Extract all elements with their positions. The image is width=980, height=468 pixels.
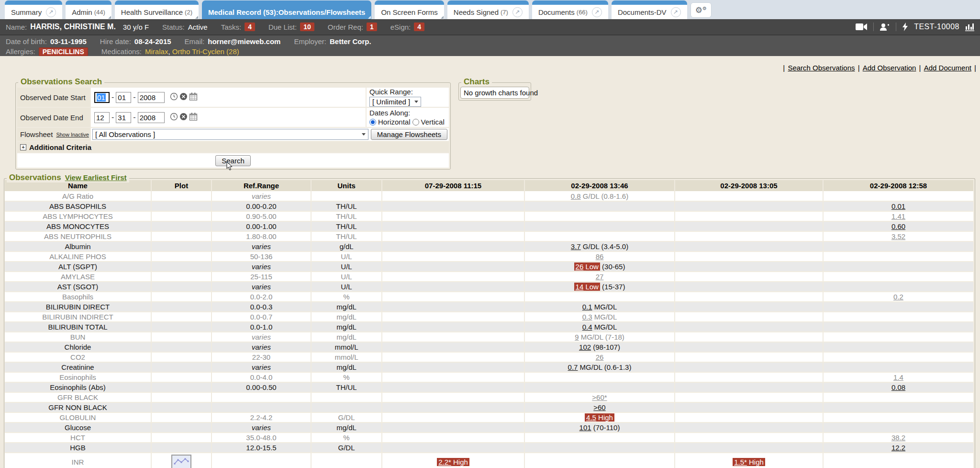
action-link-add-observation[interactable]: Add Observation	[863, 64, 916, 72]
lightning-icon[interactable]	[902, 23, 908, 31]
observation-value-cell: 26 Low (30-65)	[524, 262, 675, 272]
observation-value-link[interactable]: 0.4	[582, 323, 592, 331]
esign-badge[interactable]: 4	[414, 23, 424, 31]
calendar-icon[interactable]	[189, 92, 198, 103]
observation-value-link[interactable]: 4.5	[586, 413, 596, 422]
observation-value-link[interactable]: 0.1	[582, 303, 592, 311]
tab-documents-dv[interactable]: Documents-DV↗	[612, 0, 687, 19]
observation-value-link[interactable]: 102	[579, 343, 591, 351]
observation-value-link[interactable]: 14	[576, 283, 584, 291]
observation-value-cell	[524, 211, 675, 221]
column-header: 02-29-2008 12:58	[823, 180, 974, 191]
observation-value-link[interactable]: 0.3	[582, 313, 592, 321]
observation-value-link[interactable]: 26	[576, 263, 584, 271]
table-row: Glucosevariesmg/dL101 (70-110)	[5, 422, 974, 433]
action-link-add-document[interactable]: Add Document	[924, 64, 971, 72]
date-end-year-input[interactable]: 2008	[138, 112, 165, 123]
show-inactive-link[interactable]: Show Inactive	[56, 132, 89, 137]
observation-value-link[interactable]: 0.2	[893, 293, 903, 301]
observation-value-link[interactable]: 1.4	[893, 373, 903, 381]
units	[311, 453, 382, 468]
dates-along-cell: Dates Along: Horizontal Vertical	[367, 108, 449, 127]
manage-flowsheets-button[interactable]: Manage Flowsheets	[371, 129, 447, 140]
observation-value-link[interactable]: 12.2	[891, 444, 905, 452]
open-new-window-icon[interactable]: ↗	[46, 7, 56, 17]
observation-value-link[interactable]: 86	[596, 252, 604, 261]
observation-value-link[interactable]: 1.41	[891, 212, 905, 220]
observation-value-link[interactable]: 101	[579, 423, 591, 432]
clear-date-icon[interactable]	[179, 113, 188, 123]
date-start-day-input[interactable]: 01	[116, 92, 131, 103]
observation-value-link[interactable]: 38.2	[891, 434, 905, 442]
observation-value-link[interactable]: 3.52	[891, 232, 905, 240]
video-camera-icon[interactable]	[856, 23, 868, 31]
observation-value-cell	[823, 392, 974, 402]
plot-cell	[151, 352, 212, 362]
time-icon[interactable]	[170, 92, 178, 103]
expand-plus-icon[interactable]: +	[20, 144, 26, 150]
observation-value-link[interactable]: 2.2*	[438, 458, 451, 466]
additional-criteria-toggle[interactable]: + Additional Criteria	[17, 142, 449, 152]
observation-value-link[interactable]: 1.5*	[734, 458, 747, 466]
view-earliest-first-link[interactable]: View Earliest First	[65, 173, 127, 182]
date-start-month-input[interactable]: 01	[94, 92, 110, 103]
calendar-icon[interactable]	[189, 113, 198, 123]
flowsheet-select-cell: [ All Observations ] Manage Flowsheets	[91, 128, 449, 141]
observation-value-link[interactable]: 0.8	[571, 192, 581, 200]
radio-horizontal-label: Horizontal	[378, 118, 411, 126]
medication-link[interactable]: Ortho Tri-Cyclen (28)	[172, 47, 239, 56]
flowsheet-select[interactable]: [ All Observations ]	[92, 129, 368, 140]
observation-name: Albumin	[5, 241, 151, 251]
allergy-badge[interactable]: PENICILLINS	[39, 47, 88, 56]
tab-admin[interactable]: Admin(44)	[66, 0, 111, 19]
date-end-month-input[interactable]: 12	[94, 112, 110, 123]
email-value[interactable]: horner@mieweb.com	[208, 37, 280, 46]
due-list-badge[interactable]: 10	[300, 23, 314, 31]
tab-needs-signed[interactable]: Needs Signed(7)↗	[447, 0, 529, 19]
tab-health-surveillance[interactable]: Health Surveillance(2)	[115, 0, 199, 19]
tasks-badge[interactable]: 4	[245, 23, 255, 31]
radio-vertical[interactable]	[412, 119, 419, 126]
open-new-window-icon[interactable]: ↗	[671, 7, 681, 17]
date-end-day-input[interactable]: 31	[116, 112, 131, 123]
observation-value-link[interactable]: >60*	[592, 393, 607, 401]
order-req-badge[interactable]: 1	[367, 23, 377, 31]
observation-value-link[interactable]: 3.7	[571, 242, 581, 251]
tab-summary[interactable]: Summary↗	[5, 0, 62, 19]
bar-chart-icon[interactable]	[965, 23, 974, 31]
open-new-window-icon[interactable]: ↗	[512, 7, 523, 17]
search-button[interactable]: Search	[215, 155, 251, 166]
tab-count: (2)	[185, 9, 192, 16]
observation-value-link[interactable]: 0.7	[568, 363, 578, 371]
observation-value-link[interactable]: 27	[596, 273, 604, 281]
units: TH/UL	[311, 201, 382, 211]
observation-value-cell	[382, 362, 524, 372]
action-link-search-observations[interactable]: Search Observations	[788, 64, 855, 72]
charts-legend: Charts	[461, 77, 492, 87]
observation-value-link[interactable]: 26	[596, 353, 604, 361]
medication-link[interactable]: Miralax	[145, 47, 168, 56]
observation-value-link[interactable]: 0.01	[891, 202, 905, 210]
observation-value-link[interactable]: >60	[593, 403, 605, 411]
time-icon[interactable]	[170, 113, 178, 123]
quick-range-select[interactable]: [ Unlimited ]	[369, 97, 421, 107]
date-start-year-input[interactable]: 2008	[138, 92, 165, 103]
observation-value-cell	[675, 201, 823, 211]
observation-value-link[interactable]: 9	[575, 333, 579, 341]
tab-medical-record-53-observations-flowsheet[interactable]: Medical Record (53):Observations/Flowshe…	[202, 0, 371, 19]
observation-value-link[interactable]: 0.60	[891, 222, 905, 230]
table-row: Eosinophils0.0-4.0%1.4	[5, 372, 974, 382]
radio-vertical-label: Vertical	[421, 118, 445, 126]
observation-value-link[interactable]: 0.08	[891, 383, 905, 391]
open-new-window-icon[interactable]: ↗	[592, 7, 602, 17]
radio-horizontal[interactable]	[369, 119, 376, 126]
settings-tab[interactable]: ⚙⚙	[690, 2, 712, 18]
tab-documents[interactable]: Documents(66)↗	[532, 0, 608, 19]
sparkline-plot-icon[interactable]	[171, 455, 191, 468]
plot-cell	[151, 402, 212, 412]
tab-on-screen-forms[interactable]: On Screen Forms	[375, 0, 444, 19]
observations-table: NamePlotRef.RangeUnits07-29-2008 11:1502…	[5, 180, 974, 468]
units: TH/UL	[311, 382, 382, 392]
add-person-icon[interactable]	[880, 23, 890, 31]
clear-date-icon[interactable]	[179, 92, 188, 103]
